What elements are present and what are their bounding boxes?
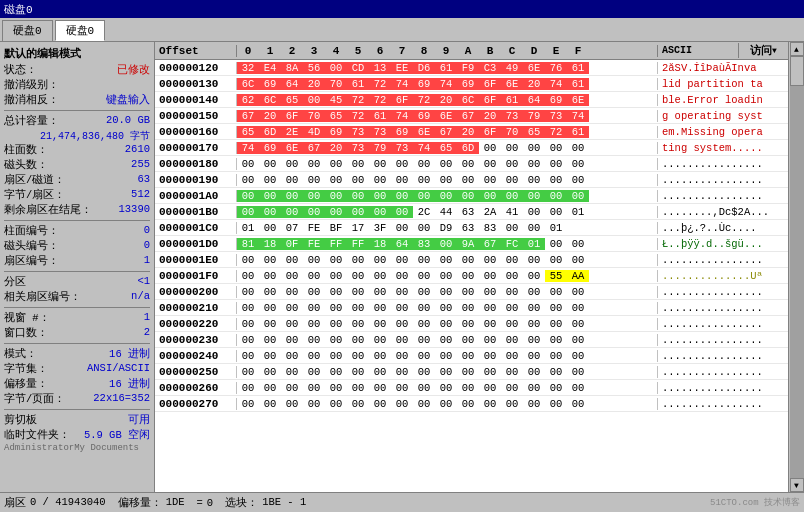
hex-cell-3-1[interactable]: 20 (259, 110, 281, 122)
hex-cell-19-5[interactable]: 00 (347, 366, 369, 378)
hex-cell-16-10[interactable]: 00 (457, 318, 479, 330)
hex-cell-7-4[interactable]: 00 (325, 174, 347, 186)
hex-cell-14-0[interactable]: 00 (237, 286, 259, 298)
hex-cell-9-5[interactable]: 00 (347, 206, 369, 218)
hex-cell-4-1[interactable]: 6D (259, 126, 281, 138)
hex-cell-13-15[interactable]: AA (567, 270, 589, 282)
hex-row-17[interactable]: 0000002300000000000000000000000000000000… (155, 332, 788, 348)
hex-cell-7-11[interactable]: 00 (479, 174, 501, 186)
hex-cell-21-15[interactable]: 00 (567, 398, 589, 410)
hex-cell-20-6[interactable]: 00 (369, 382, 391, 394)
hex-cell-11-11[interactable]: 67 (479, 238, 501, 250)
hex-cell-2-12[interactable]: 61 (501, 94, 523, 106)
hex-cell-1-13[interactable]: 20 (523, 78, 545, 90)
hex-cell-18-7[interactable]: 00 (391, 350, 413, 362)
hex-cell-7-10[interactable]: 00 (457, 174, 479, 186)
hex-cell-10-2[interactable]: 07 (281, 222, 303, 234)
hex-cell-18-0[interactable]: 00 (237, 350, 259, 362)
hex-cell-0-6[interactable]: 13 (369, 62, 391, 74)
hex-cell-3-2[interactable]: 6F (281, 110, 303, 122)
hex-cell-14-13[interactable]: 00 (523, 286, 545, 298)
hex-cell-9-3[interactable]: 00 (303, 206, 325, 218)
hex-cell-17-5[interactable]: 00 (347, 334, 369, 346)
hex-cell-11-4[interactable]: FF (325, 238, 347, 250)
hex-cell-1-1[interactable]: 69 (259, 78, 281, 90)
hex-cell-16-9[interactable]: 00 (435, 318, 457, 330)
hex-cell-14-3[interactable]: 00 (303, 286, 325, 298)
hex-cell-21-2[interactable]: 00 (281, 398, 303, 410)
hex-cell-8-9[interactable]: 00 (435, 190, 457, 202)
hex-cell-0-4[interactable]: 00 (325, 62, 347, 74)
hex-cell-9-13[interactable]: 00 (523, 206, 545, 218)
hex-cell-14-7[interactable]: 00 (391, 286, 413, 298)
hex-cell-12-6[interactable]: 00 (369, 254, 391, 266)
hex-cell-1-12[interactable]: 6E (501, 78, 523, 90)
hex-cell-12-5[interactable]: 00 (347, 254, 369, 266)
hex-row-19[interactable]: 0000002500000000000000000000000000000000… (155, 364, 788, 380)
hex-cell-15-3[interactable]: 00 (303, 302, 325, 314)
hex-cell-17-8[interactable]: 00 (413, 334, 435, 346)
hex-cell-6-13[interactable]: 00 (523, 158, 545, 170)
hex-row-18[interactable]: 0000002400000000000000000000000000000000… (155, 348, 788, 364)
hex-cell-9-11[interactable]: 2A (479, 206, 501, 218)
hex-cell-9-15[interactable]: 01 (567, 206, 589, 218)
hex-cell-11-14[interactable]: 00 (545, 238, 567, 250)
hex-cell-1-11[interactable]: 6F (479, 78, 501, 90)
hex-cell-1-9[interactable]: 74 (435, 78, 457, 90)
hex-row-14[interactable]: 0000002000000000000000000000000000000000… (155, 284, 788, 300)
hex-cell-18-4[interactable]: 00 (325, 350, 347, 362)
hex-row-13[interactable]: 0000001F0000000000000000000000000000055A… (155, 268, 788, 284)
hex-cell-11-9[interactable]: 00 (435, 238, 457, 250)
scrollbar[interactable]: ▲ ▼ (788, 42, 804, 492)
hex-cell-5-12[interactable]: 00 (501, 142, 523, 154)
hex-cell-17-14[interactable]: 00 (545, 334, 567, 346)
hex-cell-18-8[interactable]: 00 (413, 350, 435, 362)
hex-cell-14-10[interactable]: 00 (457, 286, 479, 298)
hex-cell-9-2[interactable]: 00 (281, 206, 303, 218)
hex-cell-10-7[interactable]: 00 (391, 222, 413, 234)
hex-cell-14-15[interactable]: 00 (567, 286, 589, 298)
hex-cell-7-14[interactable]: 00 (545, 174, 567, 186)
hex-cell-6-9[interactable]: 00 (435, 158, 457, 170)
hex-cell-16-13[interactable]: 00 (523, 318, 545, 330)
hex-cell-13-5[interactable]: 00 (347, 270, 369, 282)
hex-cell-8-7[interactable]: 00 (391, 190, 413, 202)
hex-cell-18-10[interactable]: 00 (457, 350, 479, 362)
hex-row-10[interactable]: 0000001C0010007FEBF173F0000D96383000001.… (155, 220, 788, 236)
hex-cell-13-11[interactable]: 00 (479, 270, 501, 282)
hex-cell-16-6[interactable]: 00 (369, 318, 391, 330)
hex-cell-8-2[interactable]: 00 (281, 190, 303, 202)
hex-row-21[interactable]: 0000002700000000000000000000000000000000… (155, 396, 788, 412)
hex-cell-3-0[interactable]: 67 (237, 110, 259, 122)
hex-cell-19-6[interactable]: 00 (369, 366, 391, 378)
hex-cell-10-14[interactable]: 01 (545, 222, 567, 234)
hex-cell-10-13[interactable]: 00 (523, 222, 545, 234)
hex-cell-20-1[interactable]: 00 (259, 382, 281, 394)
hex-cell-10-4[interactable]: BF (325, 222, 347, 234)
hex-row-9[interactable]: 0000001B000000000000000002C44632A4100000… (155, 204, 788, 220)
hex-cell-2-0[interactable]: 62 (237, 94, 259, 106)
hex-cell-2-7[interactable]: 6F (391, 94, 413, 106)
hex-cell-10-12[interactable]: 00 (501, 222, 523, 234)
hex-cell-18-11[interactable]: 00 (479, 350, 501, 362)
hex-cell-15-10[interactable]: 00 (457, 302, 479, 314)
hex-cell-2-10[interactable]: 6C (457, 94, 479, 106)
hex-cell-13-6[interactable]: 00 (369, 270, 391, 282)
hex-cell-2-4[interactable]: 45 (325, 94, 347, 106)
hex-cell-12-1[interactable]: 00 (259, 254, 281, 266)
hex-row-3[interactable]: 00000015067206F7065726174696E67207379737… (155, 108, 788, 124)
hex-cell-11-6[interactable]: 18 (369, 238, 391, 250)
hex-cell-17-3[interactable]: 00 (303, 334, 325, 346)
hex-cell-17-15[interactable]: 00 (567, 334, 589, 346)
hex-cell-7-6[interactable]: 00 (369, 174, 391, 186)
hex-cell-18-13[interactable]: 00 (523, 350, 545, 362)
hex-cell-5-9[interactable]: 65 (435, 142, 457, 154)
hex-cell-9-8[interactable]: 2C (413, 206, 435, 218)
hex-cell-21-7[interactable]: 00 (391, 398, 413, 410)
hex-cell-2-5[interactable]: 72 (347, 94, 369, 106)
hex-cell-19-0[interactable]: 00 (237, 366, 259, 378)
hex-cell-16-1[interactable]: 00 (259, 318, 281, 330)
hex-cell-7-1[interactable]: 00 (259, 174, 281, 186)
hex-cell-8-15[interactable]: 00 (567, 190, 589, 202)
hex-cell-0-11[interactable]: C3 (479, 62, 501, 74)
